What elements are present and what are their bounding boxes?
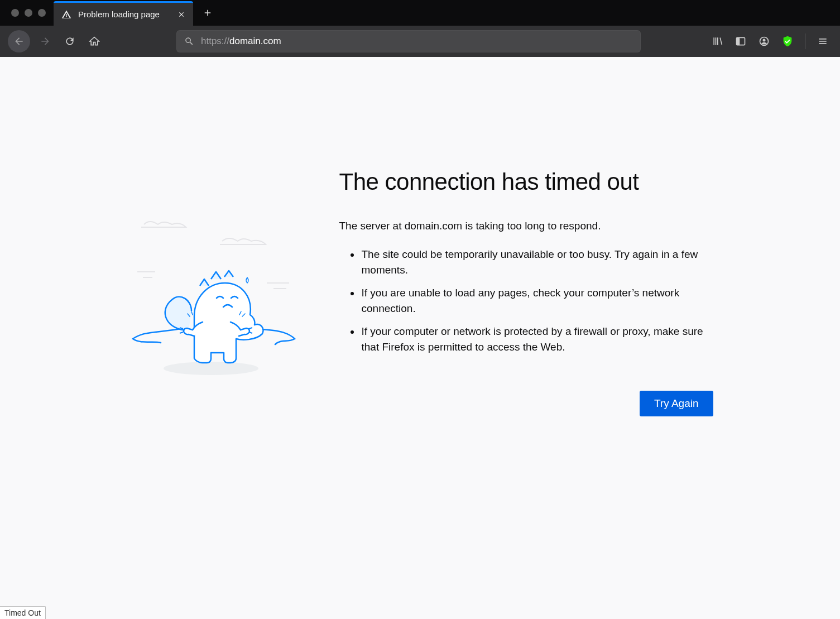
new-tab-button[interactable] xyxy=(199,4,217,22)
arrow-right-icon xyxy=(40,36,51,47)
forward-button xyxy=(36,32,55,51)
library-button[interactable] xyxy=(708,32,727,51)
error-subtitle: The server at domain.com is taking too l… xyxy=(339,220,713,232)
illustration-column xyxy=(127,169,328,416)
page-content: The connection has timed out The server … xyxy=(0,57,840,619)
plus-icon xyxy=(203,8,213,18)
window-zoom-dot[interactable] xyxy=(38,9,46,17)
toolbar-divider xyxy=(805,33,805,49)
back-button[interactable] xyxy=(8,30,30,52)
app-menu-button[interactable] xyxy=(813,32,832,51)
error-actions: Try Again xyxy=(339,391,713,416)
window-close-dot[interactable] xyxy=(11,9,19,17)
url-domain: domain.com xyxy=(229,36,281,46)
svg-rect-1 xyxy=(737,37,740,45)
url-protocol: https:// xyxy=(201,36,229,46)
address-bar[interactable]: https://domain.com xyxy=(176,30,641,52)
try-again-button[interactable]: Try Again xyxy=(640,391,713,416)
error-suggestion-item: The site could be temporarily unavailabl… xyxy=(361,247,713,277)
account-icon xyxy=(759,36,770,47)
error-text-column: The connection has timed out The server … xyxy=(328,169,713,416)
reload-button[interactable] xyxy=(60,32,79,51)
error-suggestion-item: If your computer or network is protected… xyxy=(361,324,713,354)
home-button[interactable] xyxy=(85,32,104,51)
arrow-left-icon xyxy=(13,36,25,47)
shield-check-icon xyxy=(781,35,794,47)
account-button[interactable] xyxy=(755,32,774,51)
home-icon xyxy=(89,36,100,47)
hamburger-icon xyxy=(817,36,828,47)
search-icon xyxy=(184,36,194,46)
library-icon xyxy=(712,36,723,47)
reload-icon xyxy=(64,36,75,47)
error-title: The connection has timed out xyxy=(339,169,713,195)
sidebar-button[interactable] xyxy=(731,32,750,51)
svg-line-14 xyxy=(191,311,193,315)
error-suggestion-list: The site could be temporarily unavailabl… xyxy=(339,247,713,354)
svg-point-3 xyxy=(763,39,766,41)
svg-point-8 xyxy=(164,362,258,375)
browser-tab-active[interactable]: Problem loading page xyxy=(54,1,193,26)
error-dino-illustration xyxy=(127,219,306,386)
close-icon[interactable] xyxy=(177,11,185,18)
warning-icon xyxy=(61,9,71,20)
sidebar-icon xyxy=(735,36,746,47)
nav-toolbar: https://domain.com xyxy=(0,26,840,57)
browser-chrome: Problem loading page https://domain.com xyxy=(0,0,840,57)
status-badge: Timed Out xyxy=(0,606,46,619)
svg-line-10 xyxy=(180,332,183,333)
url-text: https://domain.com xyxy=(201,36,281,47)
window-minimize-dot[interactable] xyxy=(25,9,32,17)
protection-shield-button[interactable] xyxy=(778,32,797,51)
toolbar-right xyxy=(708,32,832,51)
window-controls[interactable] xyxy=(7,9,54,17)
error-suggestion-item: If you are unable to load any pages, che… xyxy=(361,285,713,316)
error-container: The connection has timed out The server … xyxy=(127,169,713,416)
tab-title: Problem loading page xyxy=(78,9,171,19)
tab-strip: Problem loading page xyxy=(0,0,840,26)
